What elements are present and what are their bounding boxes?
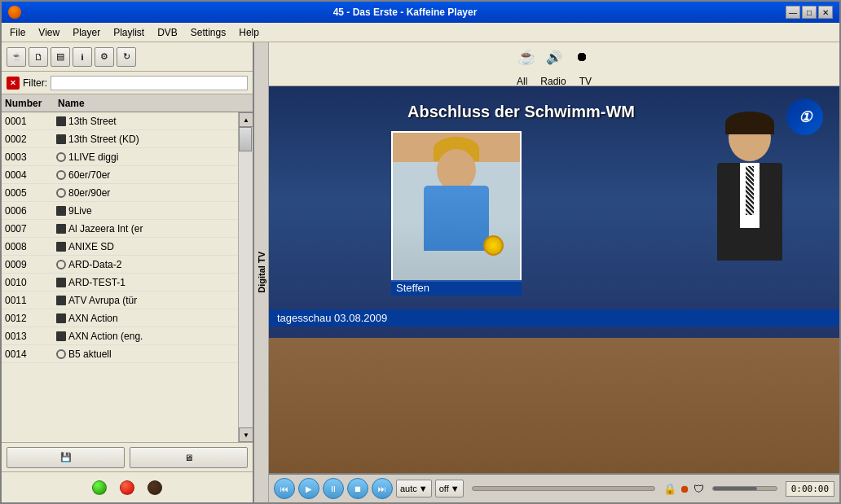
playback-bar: ⏮ ▶ ⏸ ⏹ ⏭ autc ▼ off ▼ 🔒 ⏺ <box>269 473 839 502</box>
scroll-up-button[interactable]: ▲ <box>239 112 253 127</box>
main-window: 45 - Das Erste - Kaffeine Player — □ ✕ F… <box>0 0 841 504</box>
rt-icons-row: ☕ 🔊 ⏺ <box>515 46 593 68</box>
tb-kaffeine-button[interactable]: ☕ <box>7 47 26 67</box>
minimize-button[interactable]: — <box>786 6 800 19</box>
inset-photo <box>391 131 522 282</box>
channel-number: 0010 <box>2 277 55 288</box>
filter-input[interactable] <box>51 76 248 90</box>
tb-list-button[interactable]: ▤ <box>51 47 70 67</box>
channel-scrollbar[interactable]: ▲ ▼ <box>238 112 253 442</box>
channel-number: 0005 <box>2 187 55 199</box>
btn-pause[interactable]: ⏸ <box>323 478 344 499</box>
channel-name: 13th Street <box>55 116 238 127</box>
signal-icon[interactable]: ⏺ <box>680 483 690 495</box>
rt-logo-button[interactable]: ☕ <box>515 46 538 68</box>
channel-row[interactable]: 0013 AXN Action (eng. <box>2 327 238 345</box>
channel-row[interactable]: 0007 Al Jazeera Int (er <box>2 220 238 238</box>
channel-number: 0011 <box>2 295 55 306</box>
tb-refresh-button[interactable]: ↻ <box>117 47 136 67</box>
filter-icon: ✕ <box>7 77 20 90</box>
red-light[interactable] <box>120 480 134 495</box>
monitor-button[interactable]: 🖥 <box>130 447 248 468</box>
tv-icon <box>56 331 66 341</box>
radio-icon <box>56 349 66 359</box>
video-headline: Abschluss der Schwimm-WM <box>407 103 635 121</box>
left-panel: ☕ 🗋 ▤ i ⚙ ↻ <box>2 42 254 502</box>
channel-row[interactable]: 0003 1LIVE diggi <box>2 148 238 166</box>
rt-volume-button[interactable]: 🔊 <box>543 46 566 68</box>
channel-number: 0002 <box>2 134 55 145</box>
video-area: Abschluss der Schwimm-WM ① <box>269 86 839 473</box>
channel-list-header: Number Name <box>2 94 253 112</box>
channel-row[interactable]: 0012 AXN Action <box>2 309 238 327</box>
off-label: off <box>439 484 449 493</box>
tb-open-button[interactable]: 🗋 <box>29 47 48 67</box>
title-bar: 45 - Das Erste - Kaffeine Player — □ ✕ <box>2 2 839 23</box>
menu-settings[interactable]: Settings <box>186 25 231 40</box>
channel-row[interactable]: 0011 ATV Avrupa (tür <box>2 291 238 309</box>
right-toolbar: ☕ 🔊 ⏺ All Radio TV <box>269 42 839 86</box>
tv-icon <box>56 242 66 252</box>
channel-row[interactable]: 0009 ARD-Data-2 <box>2 256 238 274</box>
channel-number: 0004 <box>2 169 55 181</box>
window-icon <box>8 6 21 19</box>
save-button[interactable]: 💾 <box>7 447 125 468</box>
btn-next[interactable]: ⏭ <box>372 478 393 499</box>
channel-row[interactable]: 0001 13th Street <box>2 112 238 130</box>
dark-light[interactable] <box>148 480 162 495</box>
filter-bar: ✕ Filter: <box>2 72 253 94</box>
scroll-down-button[interactable]: ▼ <box>239 427 253 442</box>
title-bar-buttons: — □ ✕ <box>786 6 833 19</box>
channel-row[interactable]: 0008 ANIXE SD <box>2 238 238 256</box>
tv-icon <box>56 206 66 216</box>
lock-icon[interactable]: 🔒 <box>663 483 676 495</box>
channel-row[interactable]: 0006 9Live <box>2 202 238 220</box>
scroll-track[interactable] <box>239 127 253 427</box>
btn-stop[interactable]: ⏹ <box>347 478 368 499</box>
menu-dvb[interactable]: DVB <box>152 25 183 40</box>
channel-name: AXN Action <box>55 313 238 324</box>
tv-icon <box>56 278 66 287</box>
window-title: 45 - Das Erste - Kaffeine Player <box>24 7 786 18</box>
channel-number: 0008 <box>2 241 55 252</box>
channel-name: AXN Action (eng. <box>55 331 238 342</box>
channel-row[interactable]: 0004 60er/70er <box>2 166 238 184</box>
bottom-buttons-bar: 💾 🖥 <box>2 442 253 471</box>
channel-row[interactable]: 0005 80er/90er <box>2 184 238 202</box>
tv-icon <box>56 313 66 323</box>
channel-row[interactable]: 0014 B5 aktuell <box>2 345 238 363</box>
channel-number: 0009 <box>2 259 55 270</box>
channel-number: 0012 <box>2 313 55 324</box>
channel-list-wrapper: 0001 13th Street 0002 13th Street (KD) 0… <box>2 112 253 442</box>
scroll-thumb[interactable] <box>239 127 252 151</box>
off-chevron-icon: ▼ <box>451 484 460 493</box>
btn-play[interactable]: ▶ <box>298 478 319 499</box>
btn-prev[interactable]: ⏮ <box>274 478 295 499</box>
tb-settings-button[interactable]: ⚙ <box>95 47 114 67</box>
maximize-button[interactable]: □ <box>802 6 817 19</box>
off-dropdown[interactable]: off ▼ <box>435 480 464 497</box>
green-light[interactable] <box>92 480 107 495</box>
shield-icon[interactable]: 🛡 <box>693 483 704 495</box>
volume-bar[interactable] <box>712 486 777 491</box>
menu-help[interactable]: Help <box>234 25 264 40</box>
menu-view[interactable]: View <box>33 25 64 40</box>
lower-third: tagesschau 03.08.2009 <box>269 309 839 327</box>
menu-player[interactable]: Player <box>68 25 105 40</box>
auto-dropdown[interactable]: autc ▼ <box>396 480 432 497</box>
menu-bar: File View Player Playlist DVB Settings H… <box>2 23 839 42</box>
channel-name: ANIXE SD <box>55 241 238 252</box>
close-button[interactable]: ✕ <box>818 6 833 19</box>
menu-playlist[interactable]: Playlist <box>108 25 149 40</box>
col-number-header: Number <box>2 98 55 109</box>
radio-icon <box>56 152 66 162</box>
traffic-lights-bar <box>2 471 253 502</box>
menu-file[interactable]: File <box>5 25 30 40</box>
monitor-icon: 🖥 <box>184 453 193 462</box>
tb-info-button[interactable]: i <box>73 47 92 67</box>
channel-name: 1LIVE diggi <box>55 151 238 163</box>
rt-record-button[interactable]: ⏺ <box>570 46 593 68</box>
progress-bar[interactable] <box>472 486 655 491</box>
channel-row[interactable]: 0002 13th Street (KD) <box>2 130 238 148</box>
channel-row[interactable]: 0010 ARD-TEST-1 <box>2 274 238 291</box>
